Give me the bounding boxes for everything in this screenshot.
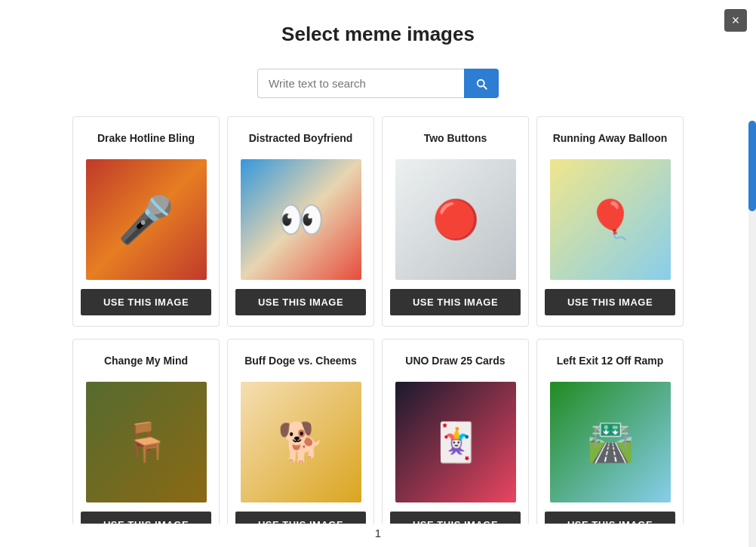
- meme-image-left-exit: [550, 382, 671, 502]
- meme-title-uno-draw: UNO Draw 25 Cards: [405, 347, 505, 374]
- modal-title: Select meme images: [281, 23, 475, 46]
- meme-title-change-my-mind: Change My Mind: [104, 347, 188, 374]
- meme-image-drake: [86, 159, 207, 280]
- meme-title-left-exit: Left Exit 12 Off Ramp: [557, 347, 664, 374]
- modal-overlay: × Select meme images Drake Hotline Bling…: [0, 0, 756, 547]
- meme-card-drake: Drake Hotline Bling USE THIS IMAGE: [72, 116, 220, 327]
- close-icon: ×: [732, 13, 740, 29]
- use-image-button-change-my-mind[interactable]: USE THIS IMAGE: [81, 512, 211, 524]
- close-button[interactable]: ×: [724, 9, 747, 32]
- meme-image-buff-doge: [241, 382, 361, 502]
- scrollbar-thumb[interactable]: [748, 121, 756, 211]
- use-image-button-two-buttons[interactable]: USE THIS IMAGE: [390, 289, 521, 315]
- scrollbar-track: [748, 121, 756, 547]
- use-image-button-distracted-boyfriend[interactable]: USE THIS IMAGE: [235, 289, 366, 315]
- meme-image-change-my-mind: [86, 382, 207, 502]
- search-bar: [257, 69, 499, 98]
- meme-title-distracted-boyfriend: Distracted Boyfriend: [249, 124, 353, 152]
- meme-image-two-buttons: [395, 159, 516, 280]
- meme-card-buff-doge: Buff Doge vs. Cheems USE THIS IMAGE: [227, 339, 374, 524]
- meme-card-change-my-mind: Change My Mind USE THIS IMAGE: [72, 339, 220, 524]
- meme-card-uno-draw: UNO Draw 25 Cards USE THIS IMAGE: [382, 339, 529, 524]
- use-image-button-buff-doge[interactable]: USE THIS IMAGE: [235, 512, 366, 524]
- meme-card-running-away-balloon: Running Away Balloon USE THIS IMAGE: [536, 116, 684, 327]
- use-image-button-left-exit[interactable]: USE THIS IMAGE: [545, 512, 675, 524]
- meme-image-running-away-balloon: [550, 159, 671, 280]
- use-image-button-running-away-balloon[interactable]: USE THIS IMAGE: [545, 289, 675, 315]
- search-input[interactable]: [257, 69, 464, 98]
- meme-title-running-away-balloon: Running Away Balloon: [553, 124, 668, 152]
- meme-image-uno-draw: [395, 382, 516, 502]
- use-image-button-drake[interactable]: USE THIS IMAGE: [81, 289, 211, 315]
- meme-title-buff-doge: Buff Doge vs. Cheems: [244, 347, 357, 374]
- meme-card-left-exit: Left Exit 12 Off Ramp USE THIS IMAGE: [536, 339, 684, 524]
- meme-grid: Drake Hotline Bling USE THIS IMAGE Distr…: [65, 116, 691, 524]
- use-image-button-uno-draw[interactable]: USE THIS IMAGE: [390, 512, 521, 524]
- pagination: 1: [375, 527, 381, 539]
- meme-title-drake: Drake Hotline Bling: [97, 124, 195, 152]
- search-button[interactable]: [464, 69, 499, 98]
- meme-image-distracted-boyfriend: [241, 159, 361, 280]
- meme-card-two-buttons: Two Buttons USE THIS IMAGE: [382, 116, 529, 327]
- meme-card-distracted-boyfriend: Distracted Boyfriend USE THIS IMAGE: [227, 116, 374, 327]
- meme-title-two-buttons: Two Buttons: [424, 124, 487, 152]
- search-icon: [475, 77, 488, 91]
